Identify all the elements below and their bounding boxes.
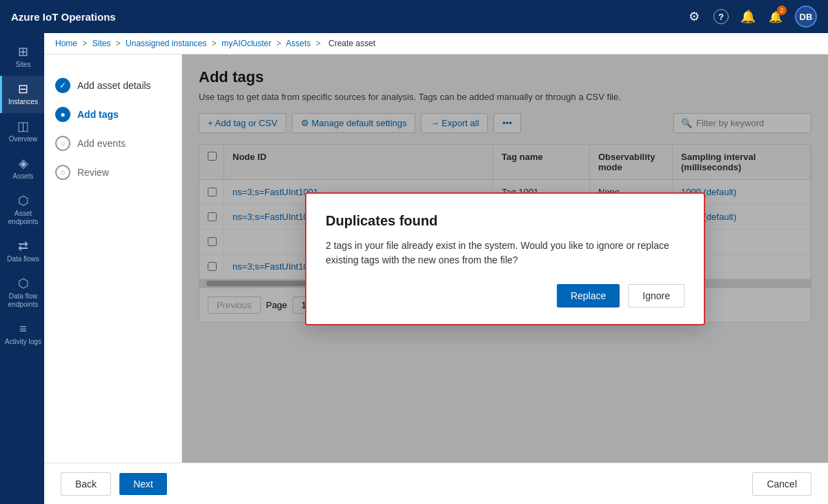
sidebar-item-data-flow-endpoints[interactable]: ⬡ Data flow endpoints [0,270,44,316]
step-label-add-events: Add events [77,138,126,149]
modal-title: Duplicates found [326,213,684,229]
breadcrumb-cluster[interactable]: myAIOcluster [221,39,271,48]
help-icon[interactable]: ? [713,9,729,24]
modal-overlay: Duplicates found 2 tags in your file alr… [182,54,828,463]
next-button[interactable]: Next [119,473,167,495]
step-icon-add-asset-details: ✓ [55,78,70,93]
activity-logs-icon: ≡ [19,323,27,335]
main-layout: ⊞ Sites ⊟ Instances ◫ Overview ◈ Assets … [0,33,828,504]
sidebar-label-data-flows: Data flows [7,255,39,263]
wizard-step-add-asset-details[interactable]: ✓ Add asset details [55,71,170,100]
sidebar-label-sites: Sites [15,61,30,69]
wizard-step-add-events[interactable]: ○ Add events [55,129,170,158]
duplicates-modal: Duplicates found 2 tags in your file alr… [305,192,705,325]
modal-actions: Replace Ignore [326,284,684,308]
sidebar-label-data-flow-endpoints: Data flow endpoints [5,292,41,309]
sidebar-item-data-flows[interactable]: ⇄ Data flows [0,233,44,270]
data-flow-endpoints-icon: ⬡ [18,277,29,290]
sidebar-item-sites[interactable]: ⊞ Sites [0,39,44,76]
app-title: Azure IoT Operations [11,11,686,23]
assets-icon: ◈ [19,157,28,170]
page-body: ✓ Add asset details ● Add tags ○ Add eve… [44,54,828,463]
notification-count: 2 [777,6,787,15]
breadcrumb-current: Create asset [328,39,375,48]
breadcrumb-sites[interactable]: Sites [92,39,111,48]
step-label-review: Review [77,167,109,178]
breadcrumb: Home > Sites > Unassigned instances > my… [44,33,828,54]
wizard-navigation: ✓ Add asset details ● Add tags ○ Add eve… [44,54,182,463]
content-area: Home > Sites > Unassigned instances > my… [44,33,828,504]
step-icon-review: ○ [55,165,70,180]
breadcrumb-home[interactable]: Home [55,39,77,48]
step-icon-add-tags: ● [55,107,70,122]
sidebar-label-asset-endpoints: Asset endpoints [5,210,41,226]
cancel-button[interactable]: Cancel [752,472,811,496]
main-content: Add tags Use tags to get data from speci… [182,54,828,463]
sidebar: ⊞ Sites ⊟ Instances ◫ Overview ◈ Assets … [0,33,44,504]
sidebar-item-asset-endpoints[interactable]: ⬡ Asset endpoints [0,188,44,233]
instances-icon: ⊟ [18,83,28,95]
back-button[interactable]: Back [61,472,111,496]
sidebar-item-instances[interactable]: ⊟ Instances [0,76,44,113]
sidebar-label-instances: Instances [8,98,38,106]
user-avatar[interactable]: DB [795,6,817,28]
sidebar-label-activity-logs: Activity logs [5,338,41,346]
breadcrumb-assets[interactable]: Assets [286,39,310,48]
asset-endpoints-icon: ⬡ [18,194,29,207]
step-label-add-tags: Add tags [77,109,119,120]
ignore-button[interactable]: Ignore [628,284,684,308]
step-icon-add-events: ○ [55,136,70,151]
top-navigation: Azure IoT Operations ⚙ ? 🔔 🔔 2 DB [0,0,828,33]
modal-body: 2 tags in your file already exist in the… [326,239,684,268]
bottom-bar: Back Next Cancel [44,463,828,504]
sidebar-label-overview: Overview [9,135,38,143]
sidebar-item-overview[interactable]: ◫ Overview [0,113,44,150]
sidebar-item-activity-logs[interactable]: ≡ Activity logs [0,316,44,353]
notification-bell[interactable]: 🔔 2 [767,8,784,25]
sidebar-item-assets[interactable]: ◈ Assets [0,150,44,188]
sites-icon: ⊞ [18,46,28,58]
breadcrumb-unassigned-instances[interactable]: Unassigned instances [126,39,206,48]
top-nav-icons: ⚙ ? 🔔 🔔 2 DB [686,6,817,28]
data-flows-icon: ⇄ [18,240,28,252]
wizard-step-review[interactable]: ○ Review [55,158,170,187]
replace-button[interactable]: Replace [557,284,620,308]
sidebar-label-assets: Assets [12,172,33,181]
step-label-add-asset-details: Add asset details [77,80,151,91]
settings-icon[interactable]: ⚙ [686,8,702,25]
overview-icon: ◫ [17,120,29,132]
bell-icon[interactable]: 🔔 [740,8,756,25]
wizard-step-add-tags[interactable]: ● Add tags [55,100,170,129]
